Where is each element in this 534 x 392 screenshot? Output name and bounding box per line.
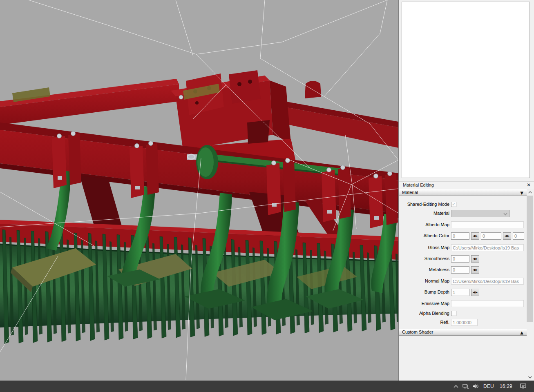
machine-right-beam: [282, 101, 398, 148]
spinner-decrement-icon[interactable]: ◀: [473, 257, 475, 261]
bump-depth-input[interactable]: [451, 289, 469, 296]
material-editing-titlebar[interactable]: Material Editing ✕: [399, 182, 534, 189]
scroll-down-icon[interactable]: [527, 374, 533, 380]
material-editing-window: Material Editing ✕ Material ▼ Shared-Edi…: [399, 181, 534, 381]
emissive-map-input[interactable]: [451, 300, 524, 307]
empty-attributes-panel[interactable]: [402, 2, 530, 178]
spinner-decrement-icon[interactable]: ◀: [473, 291, 475, 294]
smoothness-input[interactable]: [451, 255, 469, 263]
spinner-increment-icon[interactable]: ▶: [507, 234, 509, 238]
spinner-increment-icon[interactable]: ▶: [476, 291, 478, 294]
metalness-spinner[interactable]: ◀▶: [471, 266, 479, 274]
screen: Material Editing ✕ Material ▼ Shared-Edi…: [0, 0, 534, 392]
shared-editing-checkbox[interactable]: ✓: [451, 202, 456, 207]
system-tray: DEU 16:29: [451, 381, 534, 392]
clock[interactable]: 16:29: [497, 383, 515, 389]
taskbar: DEU 16:29: [0, 381, 534, 392]
bump-depth-spinner[interactable]: ◀▶: [471, 289, 479, 296]
field-albedo-color: Albedo Color ◀▶ ◀▶: [399, 232, 527, 240]
network-icon[interactable]: [461, 381, 471, 392]
spinner-increment-icon[interactable]: ▶: [476, 257, 478, 261]
normal-map-input[interactable]: [451, 278, 524, 285]
right-panel: Material Editing ✕ Material ▼ Shared-Edi…: [398, 0, 534, 381]
field-smoothness: Smoothness ◀▶: [399, 255, 527, 263]
field-normal-map: Normal Map: [399, 278, 527, 285]
volume-icon[interactable]: [471, 381, 480, 392]
section-label: Material: [402, 190, 418, 195]
section-label: Custom Shader: [402, 330, 433, 334]
albedo-color-g-input[interactable]: [481, 232, 501, 240]
panel-scrollbar[interactable]: [527, 189, 533, 380]
spinner-increment-icon[interactable]: ▶: [476, 268, 478, 272]
action-center-icon[interactable]: [518, 381, 528, 392]
spinner-decrement-icon[interactable]: ◀: [473, 268, 475, 272]
scroll-up-icon[interactable]: [527, 189, 533, 195]
3d-viewport[interactable]: [0, 0, 398, 381]
albedo-color-r-input[interactable]: [451, 232, 469, 240]
material-dropdown[interactable]: [451, 210, 510, 217]
collapse-up-icon[interactable]: ▲: [520, 330, 523, 336]
machine-scene: [0, 0, 398, 381]
field-refl: Refl.: [399, 319, 527, 326]
language-indicator[interactable]: DEU: [480, 383, 497, 389]
albedo-color-b-input[interactable]: [513, 232, 524, 240]
alpha-blending-checkbox[interactable]: [451, 311, 456, 316]
window-title: Material Editing: [403, 183, 434, 187]
albedo-color-r-spinner[interactable]: ◀▶: [471, 232, 479, 240]
field-shared-editing-mode: Shared-Editing Mode ✓: [399, 201, 527, 208]
albedo-color-g-spinner[interactable]: ◀▶: [503, 232, 511, 240]
field-gloss-map: Gloss Map: [399, 244, 527, 252]
machine-top-beam: [0, 79, 179, 125]
field-alpha-blending: Alpha Blending: [399, 310, 527, 317]
albedo-map-input[interactable]: [451, 221, 524, 228]
field-emissive-map: Emissive Map: [399, 300, 527, 307]
field-bump-depth: Bump Depth ◀▶: [399, 289, 527, 296]
chevron-up-icon[interactable]: [451, 381, 461, 392]
field-albedo-map: Albedo Map: [399, 221, 527, 229]
field-metalness: Metalness ◀▶: [399, 266, 527, 274]
chevron-down-icon: [503, 213, 507, 216]
spinner-decrement-icon[interactable]: ◀: [505, 234, 507, 238]
close-icon[interactable]: ✕: [526, 182, 532, 188]
smoothness-spinner[interactable]: ◀▶: [471, 255, 479, 263]
field-material: Material: [399, 210, 527, 217]
collapse-down-icon[interactable]: ▼: [520, 190, 523, 196]
spinner-increment-icon[interactable]: ▶: [476, 234, 478, 238]
gloss-map-input[interactable]: [451, 244, 524, 251]
metalness-input[interactable]: [451, 266, 469, 274]
scrollbar-thumb[interactable]: [527, 196, 533, 322]
checkmark-icon: ✓: [452, 202, 456, 207]
section-header-custom-shader[interactable]: Custom Shader ▲: [399, 329, 527, 336]
spinner-decrement-icon[interactable]: ◀: [473, 234, 475, 238]
refl-input[interactable]: [451, 319, 478, 326]
section-header-material[interactable]: Material ▼: [399, 189, 527, 196]
